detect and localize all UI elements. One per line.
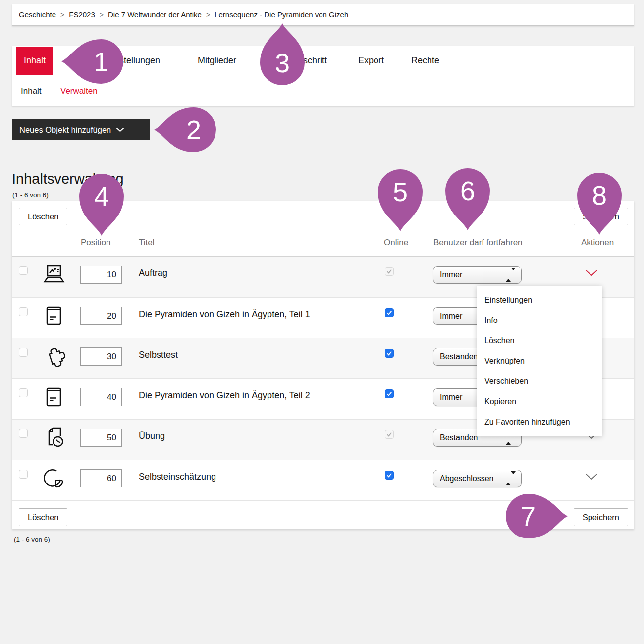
online-checkbox[interactable] (385, 349, 394, 358)
row-select-checkbox[interactable] (19, 307, 28, 316)
tab-label: Inhalt (24, 55, 46, 66)
menu-item-kopieren[interactable]: Kopieren (477, 391, 602, 412)
row-title: Die Pyramiden von Gizeh in Ägypten, Teil… (139, 309, 310, 320)
menu-item-loeschen[interactable]: Löschen (477, 330, 602, 351)
menu-item-einstellungen[interactable]: Einstellungen (477, 290, 602, 310)
tab-mitglieder[interactable]: Mitglieder (198, 55, 236, 66)
delete-button-top[interactable]: Löschen (19, 208, 67, 225)
select-arrows-icon (506, 270, 516, 279)
row-select-checkbox[interactable] (19, 348, 28, 357)
breadcrumb-separator: > (60, 11, 64, 19)
breadcrumb-separator: > (100, 11, 104, 19)
continue-select-value: Immer (440, 312, 462, 321)
tab-rechte[interactable]: Rechte (411, 55, 439, 66)
column-header-position: Position (81, 238, 110, 248)
tab-lernfortschritt[interactable]: Lernfortschritt (272, 55, 327, 66)
row-title: Selbsteinschätzung (139, 472, 216, 482)
save-button-top[interactable]: Speichern (574, 208, 628, 225)
continue-select[interactable]: Immer (433, 266, 522, 284)
save-button-bottom[interactable]: Speichern (574, 508, 628, 526)
position-input[interactable] (80, 469, 122, 487)
page-title: Inhaltsverwaltung (12, 171, 124, 187)
tab-export[interactable]: Export (358, 55, 384, 66)
actions-chevron-icon[interactable] (585, 473, 598, 481)
check-icon (386, 391, 392, 396)
continue-select-value: Bestanden (440, 433, 478, 442)
subtab-verwalten[interactable]: Verwalten (60, 86, 98, 96)
online-checkbox[interactable] (385, 389, 394, 398)
tab-einstellungen[interactable]: Einstellungen (107, 55, 160, 66)
menu-item-verschieben[interactable]: Verschieben (477, 371, 602, 391)
table-row: Selbsteinschätzung Abgeschlossen (12, 460, 634, 500)
tab-divider (12, 75, 634, 75)
file-clock-icon (41, 424, 66, 451)
position-input[interactable] (80, 388, 122, 406)
row-select-checkbox[interactable] (19, 266, 28, 275)
check-icon (386, 473, 392, 478)
teardrop-marker-icon (150, 103, 219, 157)
tab-bar (12, 46, 634, 106)
continue-select-value: Immer (440, 393, 462, 402)
menu-item-zu-favoriten[interactable]: Zu Favoriten hinzufügen (477, 412, 602, 432)
result-count-bottom: (1 - 6 von 6) (14, 536, 50, 543)
row-title: Selbsttest (139, 350, 178, 360)
column-header-actions: Aktionen (581, 238, 614, 248)
check-icon (386, 310, 392, 315)
breadcrumb-separator: > (206, 11, 210, 19)
column-header-online: Online (384, 238, 408, 248)
delete-button-bottom[interactable]: Löschen (19, 508, 67, 526)
row-title: Auftrag (139, 268, 167, 278)
column-header-continue: Benutzer darf fortfahren (433, 238, 523, 248)
add-object-label: Neues Objekt hinzufügen (19, 125, 111, 135)
add-object-button[interactable]: Neues Objekt hinzufügen (12, 119, 150, 140)
learning-module-icon (41, 383, 66, 411)
position-input[interactable] (80, 307, 122, 325)
online-checkbox-disabled (385, 430, 394, 439)
position-input[interactable] (80, 429, 122, 447)
online-checkbox[interactable] (385, 471, 394, 480)
actions-chevron-icon-open[interactable] (585, 269, 598, 277)
continue-select-value: Abgeschlossen (440, 474, 494, 483)
puzzle-icon (41, 342, 66, 370)
column-header-title: Titel (139, 238, 155, 248)
chevron-down-icon (116, 127, 124, 132)
table-footer-divider (12, 500, 634, 501)
learning-module-icon (41, 302, 66, 329)
result-count-top: (1 - 6 von 6) (12, 191, 49, 199)
row-select-checkbox[interactable] (19, 429, 28, 438)
annotation-marker-2: 2 (166, 104, 221, 173)
menu-item-info[interactable]: Info (477, 310, 602, 330)
row-title: Die Pyramiden von Gizeh in Ägypten, Teil… (139, 390, 310, 401)
online-checkbox[interactable] (385, 308, 394, 317)
row-title: Übung (139, 431, 165, 441)
marker-number: 2 (166, 115, 221, 144)
breadcrumb-item[interactable]: Die 7 Weltwunder der Antike (108, 10, 202, 19)
row-select-checkbox[interactable] (19, 388, 28, 397)
actions-dropdown-menu: Einstellungen Info Löschen Verknüpfen Ve… (477, 286, 602, 436)
online-checkbox-disabled (385, 267, 394, 276)
check-icon (386, 432, 392, 437)
position-input[interactable] (80, 266, 122, 284)
laptop-chart-icon (41, 261, 66, 288)
select-arrows-icon (506, 474, 516, 483)
row-select-checkbox[interactable] (19, 470, 28, 479)
continue-select-value: Bestanden (440, 352, 478, 361)
breadcrumb-item[interactable]: FS2023 (69, 10, 95, 19)
position-input[interactable] (80, 347, 122, 366)
tab-inhalt[interactable]: Inhalt (16, 47, 53, 75)
subtab-inhalt[interactable]: Inhalt (21, 86, 42, 96)
menu-item-verknuepfen[interactable]: Verknüpfen (477, 351, 602, 371)
continue-select[interactable]: Abgeschlossen (433, 470, 522, 487)
continue-select-value: Immer (440, 270, 462, 279)
check-icon (386, 269, 392, 274)
breadcrumb: Geschichte > FS2023 > Die 7 Weltwunder d… (12, 4, 634, 26)
breadcrumb-item[interactable]: Geschichte (19, 10, 56, 19)
pie-chart-icon (41, 464, 66, 492)
check-icon (386, 351, 392, 356)
breadcrumb-item[interactable]: Lernsequenz - Die Pyramiden von Gizeh (215, 10, 348, 19)
